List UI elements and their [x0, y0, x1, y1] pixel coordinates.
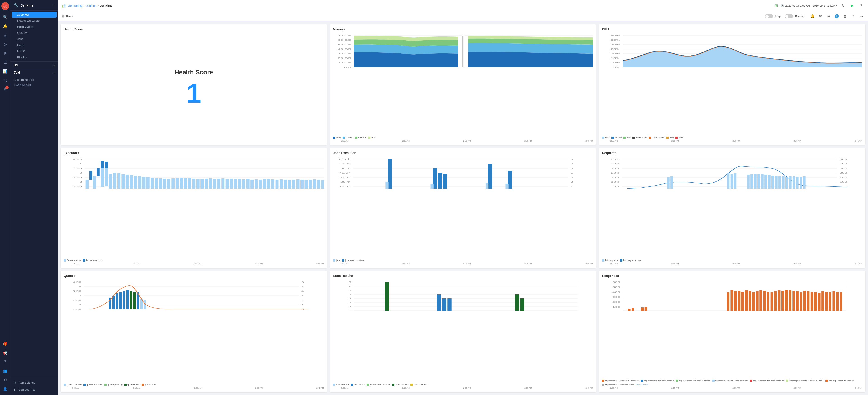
topbar-right: ⊞ 🕐 2020-09-17 2:05 AM—2020-09-17 2:52 A…: [775, 2, 865, 9]
svg-rect-281: [833, 291, 835, 311]
sidebar-item-overview[interactable]: Overview: [12, 11, 57, 18]
svg-rect-73: [180, 177, 183, 189]
logs-toggle[interactable]: [765, 14, 773, 18]
rail-code[interactable]: ⌥: [1, 77, 9, 84]
rail-target[interactable]: ◎: [1, 40, 9, 48]
svg-rect-66: [151, 178, 154, 189]
svg-text:6: 6: [348, 289, 351, 291]
svg-rect-275: [811, 292, 813, 311]
events-toggle[interactable]: [785, 14, 793, 18]
badge-action-icon[interactable]: 0: [834, 13, 840, 20]
runs-chart-area: 8 7 6 5 4 3 2 1: [333, 280, 593, 382]
svg-text:70 GB: 70 GB: [338, 34, 351, 37]
mail-action-icon[interactable]: ✉: [817, 13, 824, 20]
play-button[interactable]: ▶: [849, 2, 855, 9]
rail-user[interactable]: 👤: [1, 385, 9, 393]
legend-free: free: [368, 136, 375, 139]
help-button[interactable]: ?: [858, 2, 864, 9]
svg-rect-50: [93, 176, 96, 189]
sidebar-item-http[interactable]: HTTP: [10, 48, 58, 54]
rail-list[interactable]: ☰: [1, 58, 9, 66]
toggle-group: Logs Events: [765, 14, 804, 18]
svg-rect-60: [126, 175, 129, 189]
svg-rect-77: [196, 179, 199, 189]
filter-text: Filters: [65, 15, 73, 18]
svg-rect-67: [155, 178, 158, 189]
svg-rect-209: [133, 292, 136, 309]
topbar-left: 📊 Monitoring › Jenkins › Jenkins: [61, 3, 775, 8]
svg-text:4: 4: [570, 176, 573, 178]
add-report-button[interactable]: + Add Report: [10, 82, 58, 88]
legend-resp-not-modified: http responses with code not modified: [786, 379, 824, 382]
svg-rect-90: [250, 180, 254, 189]
svg-rect-280: [829, 292, 832, 311]
refresh-button[interactable]: ↻: [840, 2, 846, 9]
svg-rect-99: [288, 180, 291, 189]
svg-rect-92: [259, 180, 262, 189]
card-runs-results: Runs Results 8 7 6 5: [330, 271, 596, 392]
rail-wrench[interactable]: ⚙2: [1, 86, 9, 93]
more-action-icon[interactable]: ⋯: [858, 13, 864, 20]
executors-legend: free executors in-use executors: [64, 259, 324, 262]
sidebar-os-header[interactable]: OS ›: [10, 61, 58, 69]
sidebar-item-queues[interactable]: Queues: [10, 30, 58, 36]
rail-settings[interactable]: ⚙: [1, 376, 9, 384]
breadcrumb-jenkins1[interactable]: Jenkins: [86, 4, 96, 7]
svg-rect-96: [276, 180, 279, 189]
undo-action-icon[interactable]: ↩: [826, 13, 832, 20]
svg-rect-251: [645, 307, 647, 311]
legend-resp-no-content: http responses with code no content: [712, 379, 748, 382]
cpu-chart-area: 40% 35% 30% 25% 20% 15% 10% 5%: [602, 33, 862, 135]
sidebar-item-jobs[interactable]: Jobs: [10, 36, 58, 42]
rail-monitor[interactable]: 📊: [1, 67, 9, 75]
memory-card-title: Memory: [333, 27, 593, 31]
sidebar-item-health-executors[interactable]: Health/Executors: [10, 18, 58, 24]
sidebar-app-settings[interactable]: ⚙ App Settings: [10, 379, 58, 386]
os-chevron-icon: ›: [54, 64, 55, 66]
svg-rect-97: [280, 179, 283, 189]
filters-label[interactable]: ⊟ Filters: [61, 15, 73, 18]
svg-rect-100: [292, 180, 295, 189]
sidebar-jvm-header[interactable]: JVM ›: [10, 69, 58, 76]
svg-text:400: 400: [839, 167, 847, 169]
svg-text:4.50: 4.50: [72, 281, 81, 283]
rail-question[interactable]: ?: [1, 358, 9, 366]
svg-text:4: 4: [79, 163, 82, 165]
rail-flag[interactable]: ⚑: [1, 49, 9, 57]
svg-text:2: 2: [348, 305, 351, 308]
memory-legend: used cached buffered free: [333, 136, 593, 139]
svg-text:10%: 10%: [611, 61, 620, 64]
card-requests: Requests 35 s 30 s 25 s 20 s: [599, 148, 865, 268]
bell-action-icon[interactable]: 🔔: [809, 13, 815, 20]
svg-text:2: 2: [79, 304, 81, 306]
rail-alert[interactable]: 🔔: [1, 22, 9, 30]
responses-chart-area: 600 500 400 300 200 100: [602, 280, 862, 378]
rail-gift[interactable]: 🎁: [1, 340, 9, 347]
sidebar-item-plugins[interactable]: Plugins: [10, 54, 58, 60]
breadcrumb-monitoring[interactable]: Monitoring: [67, 4, 82, 7]
legend-resp-show-more[interactable]: Show 2 more...: [636, 384, 649, 386]
breadcrumb-jenkins2: Jenkins: [100, 4, 112, 7]
requests-x-labels: 2:05 AM2:15 AM2:25 AM2:35 AM2:45 AM: [602, 263, 862, 265]
svg-text:5%: 5%: [614, 66, 620, 68]
rail-search[interactable]: 🔍: [1, 13, 9, 21]
breadcrumb: 📊 Monitoring › Jenkins › Jenkins: [61, 3, 112, 8]
sidebar-item-runs[interactable]: Runs: [10, 42, 58, 48]
rail-team[interactable]: 👥: [1, 367, 9, 375]
svg-rect-179: [800, 177, 802, 189]
sidebar-upgrade-plan[interactable]: ⬆ Upgrade Plan: [10, 386, 58, 393]
expand-action-icon[interactable]: ⤢: [850, 13, 856, 20]
health-score-value: 1: [186, 80, 202, 107]
legend-used: used: [333, 136, 341, 139]
svg-rect-103: [305, 180, 308, 189]
sidebar-item-builds-nodes[interactable]: Builds/Nodes: [10, 24, 58, 30]
rail-speaker[interactable]: 📢: [1, 349, 9, 357]
legend-runs-unstable: runs unstable: [410, 384, 427, 386]
svg-rect-266: [778, 290, 780, 311]
sidebar: 🔧 Jenkins ▾ Overview Health/Executors Bu…: [10, 0, 58, 395]
screen-action-icon[interactable]: 🖥: [842, 13, 848, 20]
svg-rect-250: [641, 307, 644, 311]
rail-grid[interactable]: ⊞: [1, 31, 9, 39]
svg-text:4: 4: [301, 290, 304, 292]
apps-grid-icon[interactable]: ⊞: [775, 3, 778, 8]
